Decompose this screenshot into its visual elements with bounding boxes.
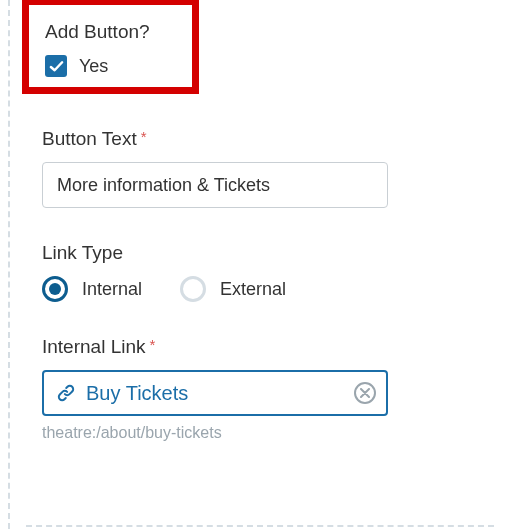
internal-link-value: Buy Tickets [86,382,344,405]
internal-link-label: Internal Link* [42,336,486,358]
button-text-label: Button Text* [42,128,486,150]
link-type-label: Link Type [42,242,486,264]
internal-link-section: Internal Link* Buy Tickets theatre:/abou… [24,336,486,442]
form-panel: Add Button? Yes Button Text* Link Type I… [24,0,506,529]
button-text-section: Button Text* [24,128,486,208]
clear-link-button[interactable] [354,382,376,404]
internal-link-path: theatre:/about/buy-tickets [42,424,486,442]
link-icon [56,383,76,403]
link-type-external-radio[interactable]: External [180,276,286,302]
radio-label: Internal [82,279,142,300]
radio-icon [180,276,206,302]
panel-bottom-divider [26,525,494,527]
internal-link-input[interactable]: Buy Tickets [42,370,388,416]
add-button-checkbox[interactable] [45,55,67,77]
check-icon [49,59,64,74]
button-text-label-text: Button Text [42,128,137,149]
add-button-label: Add Button? [45,21,150,43]
radio-label: External [220,279,286,300]
required-asterisk: * [141,128,147,145]
link-type-internal-radio[interactable]: Internal [42,276,142,302]
add-button-checkbox-row: Yes [45,55,150,77]
close-icon [360,388,370,398]
panel-left-divider [8,0,10,529]
button-text-input[interactable] [42,162,388,208]
add-button-checkbox-label: Yes [79,56,108,77]
internal-link-label-text: Internal Link [42,336,146,357]
link-type-section: Link Type Internal External [24,242,486,302]
add-button-highlight: Add Button? Yes [22,0,199,94]
radio-icon [42,276,68,302]
link-type-radio-group: Internal External [42,276,486,302]
required-asterisk: * [150,336,156,353]
